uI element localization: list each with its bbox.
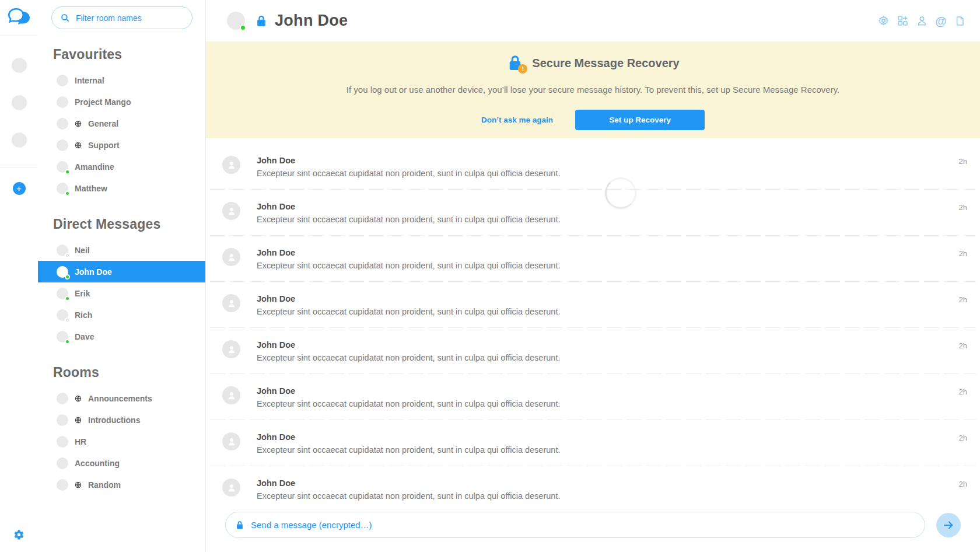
search-icon — [60, 13, 76, 23]
room-label: Matthew — [75, 184, 107, 193]
globe-icon — [75, 142, 82, 149]
mention-icon[interactable]: @ — [934, 14, 948, 28]
banner-title: Secure Message Recovery — [532, 57, 679, 70]
presence-dot — [240, 25, 246, 31]
message-sender: John Doe — [257, 294, 959, 303]
message-input[interactable] — [251, 520, 915, 530]
message-row: John Doe Excepteur sint occaecat cupidat… — [206, 328, 980, 374]
room-avatar — [57, 393, 68, 404]
message-list: John Doe Excepteur sint occaecat cupidat… — [206, 138, 980, 507]
message-timestamp: 2h — [959, 203, 967, 236]
message-row: John Doe Excepteur sint occaecat cupidat… — [206, 282, 980, 328]
send-arrow-icon — [942, 519, 955, 532]
room-filter-input[interactable] — [76, 13, 185, 23]
conversation-title: John Doe — [275, 12, 348, 30]
room-label: John Doe — [75, 267, 112, 277]
message-sender: John Doe — [257, 386, 959, 396]
room-avatar — [57, 244, 68, 256]
room-avatar — [57, 183, 68, 194]
room-list-item[interactable]: Dave — [38, 326, 205, 347]
room-label: Random — [88, 480, 121, 490]
message-timestamp: 2h — [959, 480, 967, 507]
encrypted-lock-icon — [255, 15, 268, 27]
sender-avatar — [222, 248, 240, 266]
lock-warning-icon: ! — [506, 54, 524, 72]
presence-dot — [65, 274, 70, 280]
room-list-item[interactable]: Support — [38, 134, 205, 156]
room-label: Amandine — [75, 162, 114, 172]
section-heading: Favourites — [53, 47, 205, 62]
members-icon[interactable] — [915, 14, 929, 28]
app-window: + Favourites — [0, 0, 980, 552]
set-up-recovery-button[interactable]: Set up Recovery — [575, 110, 705, 130]
room-label: Support — [88, 141, 120, 150]
message-timestamp: 2h — [959, 387, 967, 420]
message-timestamp: 2h — [959, 295, 967, 328]
globe-icon — [75, 395, 82, 402]
room-list-item[interactable]: HR — [38, 431, 205, 452]
room-filter-box — [51, 6, 192, 29]
globe-icon — [75, 481, 82, 488]
person-icon — [226, 390, 237, 401]
secure-recovery-banner: ! Secure Message Recovery If you log out… — [206, 41, 980, 138]
room-avatar — [57, 75, 68, 86]
room-items: Internal — [38, 69, 205, 199]
room-list-item[interactable]: Accounting — [38, 452, 205, 474]
room-list-item[interactable]: Announcements — [38, 387, 205, 409]
room-list-sidebar: Favourites — [38, 0, 206, 552]
room-avatar — [57, 288, 68, 299]
room-sections: Favourites — [38, 47, 205, 495]
message-composer — [206, 507, 980, 552]
room-list-item[interactable]: Introductions — [38, 409, 205, 431]
room-label: Dave — [75, 332, 94, 341]
settings-gear-icon[interactable] — [13, 529, 24, 543]
dont-ask-again-link[interactable]: Don’t ask me again — [481, 116, 553, 124]
message-row: John Doe Excepteur sint occaecat cupidat… — [206, 374, 980, 420]
rail-divider — [0, 167, 38, 167]
room-avatar — [57, 331, 68, 343]
chat-header: John Doe — [206, 0, 980, 41]
room-list-item[interactable]: Neil — [38, 239, 205, 261]
message-row: John Doe Excepteur sint occaecat cupidat… — [206, 190, 980, 236]
room-list-item[interactable]: John Doe — [38, 261, 205, 282]
sender-avatar — [222, 340, 240, 358]
rail-room-shortcuts — [12, 36, 27, 167]
room-avatar — [57, 414, 68, 426]
room-shortcut-avatar[interactable] — [12, 58, 27, 73]
room-shortcut-avatar[interactable] — [12, 95, 27, 110]
room-label: Project Mango — [75, 97, 131, 107]
room-items: Neil — [38, 239, 205, 347]
room-list-item[interactable]: Random — [38, 474, 205, 495]
room-list-item[interactable]: Rich — [38, 304, 205, 326]
message-sender: John Doe — [257, 340, 959, 350]
add-room-button[interactable]: + — [13, 182, 26, 195]
sender-avatar — [222, 432, 240, 450]
room-avatar — [57, 96, 68, 108]
room-list-item[interactable]: Internal — [38, 69, 205, 91]
message-row: John Doe Excepteur sint occaecat cupidat… — [206, 420, 980, 466]
room-shortcut-avatar[interactable] — [12, 132, 27, 148]
files-icon[interactable] — [953, 14, 967, 28]
apps-integrations-icon[interactable] — [895, 14, 909, 28]
message-sender: John Doe — [257, 248, 959, 257]
message-row: John Doe Excepteur sint occaecat cupidat… — [206, 236, 980, 282]
section-heading: Rooms — [53, 365, 205, 380]
message-text: Excepteur sint occaecat cupidatat non pr… — [257, 261, 959, 270]
room-list-item[interactable]: General — [38, 113, 205, 134]
message-text: Excepteur sint occaecat cupidatat non pr… — [257, 399, 959, 408]
room-settings-icon[interactable] — [876, 14, 890, 28]
person-icon — [226, 251, 237, 263]
message-text: Excepteur sint occaecat cupidatat non pr… — [257, 491, 959, 501]
conversation-avatar — [227, 12, 245, 30]
room-list-item[interactable]: Project Mango — [38, 91, 205, 113]
left-rail: + — [0, 0, 38, 552]
room-list-item[interactable]: Erik — [38, 282, 205, 304]
send-button[interactable] — [936, 513, 961, 537]
room-label: Neil — [75, 246, 90, 255]
room-avatar — [57, 457, 68, 469]
chat-logo-icon — [8, 7, 31, 29]
room-list-item[interactable]: Amandine — [38, 156, 205, 177]
person-icon — [226, 436, 237, 448]
room-list-item[interactable]: Matthew — [38, 177, 205, 199]
room-label: HR — [75, 437, 86, 446]
